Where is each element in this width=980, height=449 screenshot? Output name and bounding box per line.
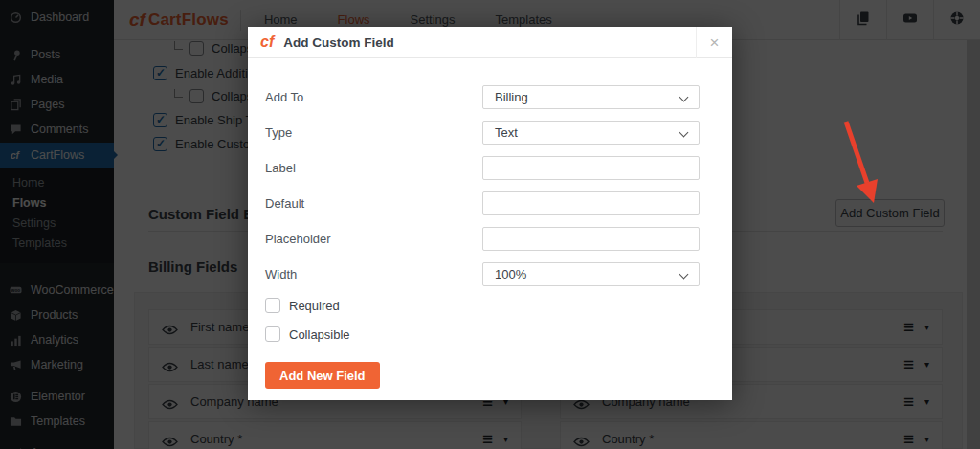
type-value: Text xyxy=(495,125,518,140)
modal-header: cf Add Custom Field × xyxy=(248,27,732,58)
add-new-field-button[interactable]: Add New Field xyxy=(265,362,380,389)
chevron-down-icon xyxy=(679,270,689,280)
label-label: Label xyxy=(265,161,482,175)
add-custom-field-modal: cf Add Custom Field × Add To Billing Typ… xyxy=(248,27,732,400)
close-icon[interactable]: × xyxy=(696,27,732,58)
modal-title: Add Custom Field xyxy=(283,35,394,50)
cartflows-modal-icon: cf xyxy=(260,34,274,51)
collapsible-checkbox[interactable] xyxy=(265,326,280,342)
label-input[interactable] xyxy=(482,156,700,180)
add-to-select[interactable]: Billing xyxy=(482,85,700,109)
add-to-label: Add To xyxy=(265,90,482,104)
default-input[interactable] xyxy=(482,191,700,215)
type-label: Type xyxy=(265,125,482,140)
placeholder-label: Placeholder xyxy=(265,232,482,246)
modal-body: Add To Billing Type Text Label Default P… xyxy=(248,58,732,389)
width-select[interactable]: 100% xyxy=(482,262,700,286)
required-label: Required xyxy=(289,299,340,313)
add-to-value: Billing xyxy=(495,90,528,104)
type-select[interactable]: Text xyxy=(482,121,700,145)
width-label: Width xyxy=(265,267,482,281)
default-label: Default xyxy=(265,196,482,211)
collapsible-label: Collapsible xyxy=(289,327,350,342)
required-checkbox[interactable] xyxy=(265,298,280,313)
chevron-down-icon xyxy=(679,128,689,138)
chevron-down-icon xyxy=(679,93,689,102)
placeholder-input[interactable] xyxy=(482,227,700,251)
width-value: 100% xyxy=(495,267,526,281)
